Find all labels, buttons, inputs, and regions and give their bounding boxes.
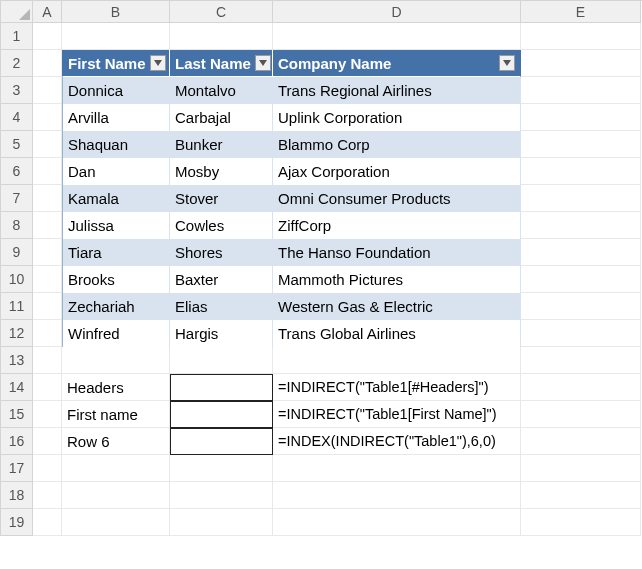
row-header[interactable]: 6 <box>1 158 33 185</box>
cell[interactable] <box>33 131 62 158</box>
col-header-B[interactable]: B <box>62 1 170 23</box>
cell[interactable] <box>273 347 521 374</box>
cell[interactable] <box>170 482 273 509</box>
row-header[interactable]: 7 <box>1 185 33 212</box>
cell[interactable] <box>33 428 62 455</box>
table-header-first-name[interactable]: First Name <box>62 50 170 77</box>
cell[interactable] <box>33 293 62 320</box>
row-header[interactable]: 16 <box>1 428 33 455</box>
cell[interactable] <box>33 374 62 401</box>
row-header[interactable]: 12 <box>1 320 33 347</box>
table-cell[interactable]: Ajax Corporation <box>273 158 521 185</box>
table-header-last-name[interactable]: Last Name <box>170 50 273 77</box>
row-header[interactable]: 5 <box>1 131 33 158</box>
filter-dropdown-icon[interactable] <box>255 55 271 71</box>
filter-dropdown-icon[interactable] <box>150 55 166 71</box>
cell[interactable] <box>33 320 62 347</box>
cell[interactable] <box>521 266 641 293</box>
cell[interactable] <box>521 320 641 347</box>
row-header[interactable]: 3 <box>1 77 33 104</box>
table-cell[interactable]: Carbajal <box>170 104 273 131</box>
input-headers[interactable] <box>170 374 273 401</box>
table-cell[interactable]: ZiffCorp <box>273 212 521 239</box>
filter-dropdown-icon[interactable] <box>499 55 515 71</box>
cell-C1[interactable] <box>170 23 273 50</box>
table-cell[interactable]: Winfred <box>62 320 170 347</box>
table-cell[interactable]: The Hanso Foundation <box>273 239 521 266</box>
col-header-C[interactable]: C <box>170 1 273 23</box>
table-cell[interactable]: Baxter <box>170 266 273 293</box>
table-cell[interactable]: Hargis <box>170 320 273 347</box>
cell[interactable] <box>170 347 273 374</box>
table-cell[interactable]: Omni Consumer Products <box>273 185 521 212</box>
cell[interactable] <box>521 347 641 374</box>
cell[interactable] <box>33 347 62 374</box>
table-cell[interactable]: Trans Regional Airlines <box>273 77 521 104</box>
cell[interactable] <box>33 77 62 104</box>
cell[interactable] <box>62 482 170 509</box>
col-header-A[interactable]: A <box>33 1 62 23</box>
table-cell[interactable]: Mammoth Pictures <box>273 266 521 293</box>
label-row6[interactable]: Row 6 <box>62 428 170 455</box>
cell[interactable] <box>521 401 641 428</box>
input-row6[interactable] <box>170 428 273 455</box>
formula-first-name[interactable]: =INDIRECT("Table1[First Name]") <box>273 401 521 428</box>
table-cell[interactable]: Tiara <box>62 239 170 266</box>
cell[interactable] <box>521 212 641 239</box>
cell[interactable] <box>33 266 62 293</box>
row-header[interactable]: 11 <box>1 293 33 320</box>
cell[interactable] <box>62 509 170 536</box>
table-cell[interactable]: Bunker <box>170 131 273 158</box>
cell[interactable] <box>521 509 641 536</box>
cell[interactable] <box>33 401 62 428</box>
cell[interactable] <box>521 239 641 266</box>
table-cell[interactable]: Mosby <box>170 158 273 185</box>
input-first-name[interactable] <box>170 401 273 428</box>
cell[interactable] <box>62 347 170 374</box>
cell[interactable] <box>170 455 273 482</box>
table-cell[interactable]: Shaquan <box>62 131 170 158</box>
cell[interactable] <box>33 212 62 239</box>
cell[interactable] <box>33 455 62 482</box>
col-header-E[interactable]: E <box>521 1 641 23</box>
cell[interactable] <box>521 131 641 158</box>
table-cell[interactable]: Cowles <box>170 212 273 239</box>
row-header[interactable]: 10 <box>1 266 33 293</box>
table-cell[interactable]: Stover <box>170 185 273 212</box>
cell[interactable] <box>521 185 641 212</box>
table-cell[interactable]: Elias <box>170 293 273 320</box>
cell[interactable] <box>521 428 641 455</box>
cell-A2[interactable] <box>33 50 62 77</box>
table-header-company-name[interactable]: Company Name <box>273 50 521 77</box>
cell[interactable] <box>33 158 62 185</box>
cell[interactable] <box>521 104 641 131</box>
select-all-corner[interactable] <box>1 1 33 23</box>
table-cell[interactable]: Julissa <box>62 212 170 239</box>
row-header[interactable]: 15 <box>1 401 33 428</box>
row-header[interactable]: 4 <box>1 104 33 131</box>
table-cell[interactable]: Kamala <box>62 185 170 212</box>
cell[interactable] <box>273 482 521 509</box>
table-cell[interactable]: Uplink Corporation <box>273 104 521 131</box>
cell-E2[interactable] <box>521 50 641 77</box>
cell[interactable] <box>521 482 641 509</box>
table-cell[interactable]: Shores <box>170 239 273 266</box>
row-header[interactable]: 19 <box>1 509 33 536</box>
formula-headers[interactable]: =INDIRECT("Table1[#Headers]") <box>273 374 521 401</box>
row-header[interactable]: 14 <box>1 374 33 401</box>
table-cell[interactable]: Arvilla <box>62 104 170 131</box>
table-cell[interactable]: Dan <box>62 158 170 185</box>
cell[interactable] <box>170 509 273 536</box>
table-cell[interactable]: Brooks <box>62 266 170 293</box>
cell[interactable] <box>273 509 521 536</box>
label-headers[interactable]: Headers <box>62 374 170 401</box>
cell-A1[interactable] <box>33 23 62 50</box>
cell-B1[interactable] <box>62 23 170 50</box>
cell[interactable] <box>33 482 62 509</box>
cell[interactable] <box>273 455 521 482</box>
row-header[interactable]: 1 <box>1 23 33 50</box>
table-cell[interactable]: Western Gas & Electric <box>273 293 521 320</box>
row-header[interactable]: 9 <box>1 239 33 266</box>
col-header-D[interactable]: D <box>273 1 521 23</box>
table-cell[interactable]: Blammo Corp <box>273 131 521 158</box>
